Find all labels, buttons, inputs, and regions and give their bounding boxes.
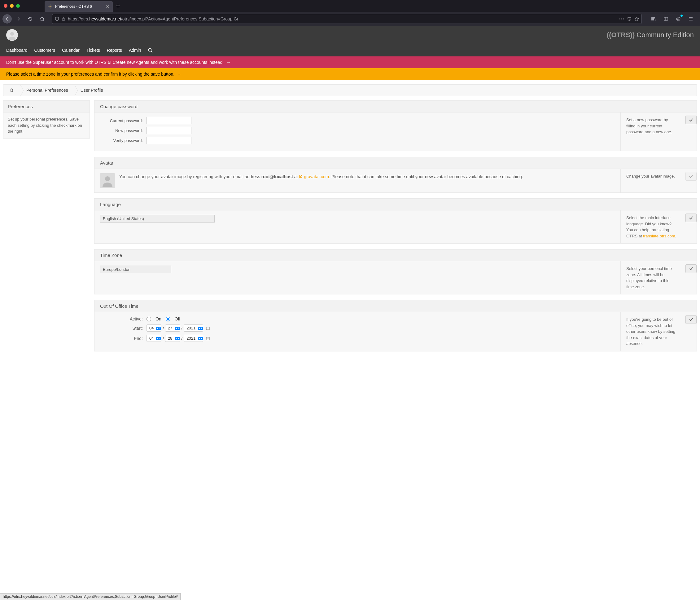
breadcrumb-user-profile[interactable]: User Profile (74, 85, 109, 96)
menu-icon[interactable] (686, 14, 696, 24)
help-language-after: . (675, 234, 676, 238)
forward-button[interactable] (14, 14, 24, 24)
ooo-on-label: On (155, 316, 161, 321)
panel-language: Language English (United States) Select … (94, 198, 697, 244)
end-day-value: 28 (166, 335, 175, 341)
breadcrumb: Personal Preferences User Profile (3, 84, 697, 96)
svg-point-14 (148, 48, 151, 51)
nav-customers[interactable]: Customers (34, 48, 55, 53)
shield-icon[interactable] (55, 17, 59, 21)
label-current-password: Current password: (100, 118, 147, 123)
spinner-icon: ▲▼ (175, 327, 180, 330)
nav-reports[interactable]: Reports (107, 48, 122, 53)
date-sep: / (181, 336, 183, 341)
new-tab-button[interactable] (116, 4, 120, 8)
pocket-icon[interactable] (627, 17, 631, 21)
breadcrumb-home[interactable] (3, 85, 20, 96)
save-ooo-button[interactable] (685, 315, 697, 324)
nav-admin[interactable]: Admin (129, 48, 141, 53)
tab-title: Preferences - OTRS 6 (55, 4, 103, 9)
ooo-on-radio[interactable] (147, 317, 151, 321)
close-window-icon[interactable] (4, 4, 7, 8)
spinner-icon: ▲▼ (198, 337, 203, 340)
sidebar-body: Set up your personal preferences. Save e… (3, 113, 90, 138)
start-year-value: 2021 (184, 325, 198, 331)
svg-rect-17 (206, 327, 209, 330)
account-icon[interactable] (673, 14, 683, 24)
start-month-select[interactable]: 04▲▼ (147, 325, 161, 332)
nav-tickets[interactable]: Tickets (86, 48, 100, 53)
translate-link[interactable]: translate.otrs.com (643, 234, 675, 238)
minimize-window-icon[interactable] (10, 4, 14, 8)
save-timezone-button[interactable] (685, 264, 697, 273)
avatar-email: root@localhost (261, 174, 293, 179)
svg-line-15 (151, 51, 152, 52)
library-icon[interactable] (649, 14, 658, 24)
reload-button[interactable] (25, 14, 35, 24)
more-icon[interactable] (619, 18, 624, 20)
url-path: /otrs/index.pl?Action=AgentPreferences;S… (121, 17, 239, 21)
ooo-off-label: Off (175, 316, 180, 321)
banner-danger[interactable]: Don't use the Superuser account to work … (0, 56, 700, 68)
calendar-icon[interactable] (206, 336, 210, 341)
nav-calendar[interactable]: Calendar (62, 48, 80, 53)
tab-close-icon[interactable] (106, 5, 110, 8)
help-language: Select the main interface language. Did … (620, 211, 682, 243)
timezone-select[interactable]: Europe/London (100, 266, 171, 273)
bookmark-icon[interactable] (635, 17, 639, 21)
panel-title: Language (95, 199, 697, 211)
app-title: ((OTRS)) Community Edition (607, 31, 694, 39)
maximize-window-icon[interactable] (16, 4, 20, 8)
avatar-image (100, 173, 115, 188)
verify-password-input[interactable] (147, 137, 192, 144)
label-end: End: (100, 336, 147, 341)
save-language-button[interactable] (685, 214, 697, 222)
current-password-input[interactable] (147, 117, 192, 124)
end-year-value: 2021 (184, 335, 198, 341)
main-column: Change password Current password: New pa… (94, 100, 697, 352)
nav-dashboard[interactable]: Dashboard (6, 48, 28, 53)
app-header: ((OTRS)) Community Edition (0, 26, 700, 44)
save-password-button[interactable] (685, 116, 697, 124)
external-link-icon (299, 174, 303, 179)
lock-icon[interactable] (61, 17, 65, 21)
browser-navbar: https://otrs.heyvaldemar.net/otrs/index.… (0, 12, 700, 26)
end-day-select[interactable]: 28▲▼ (165, 335, 180, 342)
breadcrumb-preferences[interactable]: Personal Preferences (20, 85, 74, 96)
end-year-select[interactable]: 2021▲▼ (184, 335, 203, 342)
tab-bar: Preferences - OTRS 6 (0, 0, 700, 12)
banner-warning[interactable]: Please select a time zone in your prefer… (0, 68, 700, 80)
spinner-icon: ▲▼ (175, 337, 180, 340)
svg-rect-21 (206, 337, 209, 340)
svg-point-7 (621, 19, 622, 20)
tab-favicon (48, 4, 53, 9)
start-month-value: 04 (147, 325, 156, 331)
ooo-off-radio[interactable] (166, 317, 170, 321)
browser-right-icons (647, 14, 698, 24)
user-avatar[interactable] (6, 29, 18, 41)
help-timezone: Select your personal time zone. All time… (620, 261, 682, 294)
label-start: Start: (100, 326, 147, 331)
language-select[interactable]: English (United States) (100, 215, 215, 222)
url-bar[interactable]: https://otrs.heyvaldemar.net/otrs/index.… (52, 14, 642, 24)
brand-name: ((OTRS)) (607, 31, 635, 39)
start-year-select[interactable]: 2021▲▼ (184, 325, 203, 332)
panel-avatar: Avatar You can change your avatar image … (94, 157, 697, 193)
label-active: Active: (100, 316, 147, 321)
svg-point-13 (10, 32, 14, 35)
sidebar-toggle-icon[interactable] (661, 14, 671, 24)
panel-title: Change password (95, 101, 697, 113)
start-day-select[interactable]: 27▲▼ (165, 325, 180, 332)
svg-rect-5 (62, 19, 65, 21)
sidebar-title: Preferences (3, 101, 90, 113)
arrow-right-icon: → (226, 60, 230, 65)
home-button[interactable] (37, 14, 47, 24)
back-button[interactable] (2, 14, 12, 24)
calendar-icon[interactable] (206, 326, 210, 330)
end-month-select[interactable]: 04▲▼ (147, 335, 161, 342)
new-password-input[interactable] (147, 127, 192, 134)
nav-search-icon[interactable] (148, 48, 153, 53)
gravatar-link[interactable]: gravatar.com (304, 174, 329, 179)
svg-point-8 (623, 19, 624, 20)
browser-tab[interactable]: Preferences - OTRS 6 (45, 1, 113, 12)
